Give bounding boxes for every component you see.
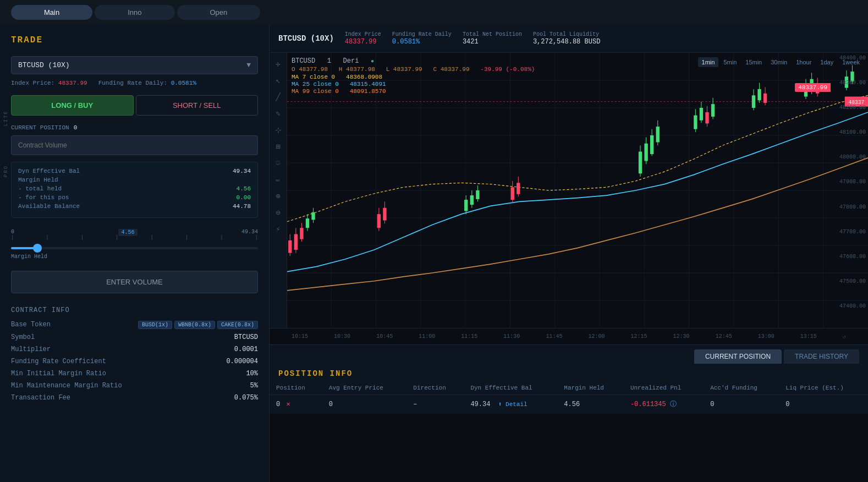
cell-margin-held: 4.56 [557, 395, 624, 414]
price-label-2: 48200.00 [833, 105, 866, 111]
tf-5min[interactable]: 5min [719, 57, 740, 67]
tf-30min[interactable]: 30min [767, 57, 791, 67]
tf-1week[interactable]: 1week [838, 57, 864, 67]
pair-label: BTCUSD (10X) [18, 61, 70, 69]
funding-coeff-label: Funding Rate Coefficient [11, 358, 106, 365]
tab-open[interactable]: Open [177, 5, 261, 20]
chart-pool-liq-value: 3,272,548.88 BUSD [533, 38, 600, 46]
contract-volume-input[interactable] [11, 135, 258, 155]
tf-1day[interactable]: 1day [816, 57, 837, 67]
cell-dyn-eff-bal: 49.34 ⬆ Detail [464, 395, 557, 414]
price-label-1: 48300.00 [833, 80, 866, 86]
current-position-label: CURRENT POSITION [11, 124, 69, 131]
current-position-value: 0 [74, 124, 78, 131]
price-label-7: 47700.00 [833, 229, 866, 235]
base-token-label: Base Token [11, 321, 51, 329]
line-tool[interactable]: ╱ [272, 90, 285, 103]
avail-bal-label: Available Balance [18, 203, 80, 210]
for-this-pos-row: - for this pos 0.00 [18, 194, 251, 201]
left-trade-panel: TRADE BTCUSD (10X) ▼ Index Price: 48337.… [0, 24, 270, 482]
zoom-out-tool[interactable]: ⊖ [272, 206, 285, 219]
price-label-5: 47900.00 [833, 179, 866, 185]
zoom-in-tool[interactable]: ⊕ [272, 189, 285, 202]
multiplier-label: Multiplier [11, 346, 51, 353]
funding-coeff-row: Funding Rate Coefficient 0.000004 [11, 358, 258, 365]
transaction-fee-row: Transaction Fee 0.075% [11, 394, 258, 402]
fib-tool[interactable]: ⊞ [272, 140, 285, 153]
chart-ma7: MA 7 close 0 48368.0908 [292, 74, 535, 80]
contract-info-title: CONTRACT INFO [11, 306, 258, 314]
col-position: Position [270, 381, 322, 395]
price-axis: 48400.00 48300.00 48200.00 48100.00 4800… [831, 53, 868, 311]
chart-main: 1min 5min 15min 30min 1hour 1day 1week B… [287, 53, 868, 328]
chart-header: BTCUSD (10X) Index Price 48337.99 Fundin… [270, 24, 868, 53]
chart-ma25: MA 25 close 0 48315.4091 [292, 81, 535, 87]
total-held-value: 4.56 [237, 185, 251, 192]
transaction-fee-value: 0.075% [234, 394, 258, 402]
min-initial-margin-value: 10% [246, 370, 258, 377]
base-token-row: Base Token BUSD(1x) WBNB(0.8x) CAKE(0.8x… [11, 321, 258, 329]
slider-thumb[interactable] [33, 244, 42, 253]
time-label-9: 12:15 [631, 333, 647, 339]
col-unrealized-pnl: Unrealized Pnl [624, 381, 704, 395]
tab-main[interactable]: Main [11, 5, 92, 20]
symbol-label: Symbol [11, 333, 35, 341]
tab-current-position[interactable]: CURRENT POSITION [694, 349, 782, 364]
col-avg-entry: Avg Entry Price [322, 381, 407, 395]
tab-inno[interactable]: Inno [95, 5, 174, 20]
slider-margin-label: Margin Held [11, 254, 258, 260]
chart-ohlc: O 48377.98 H 48377.98 L 48337.99 C 48337… [292, 66, 535, 73]
multiplier-value: 0.0001 [234, 346, 258, 353]
tab-trade-history[interactable]: TRADE HISTORY [784, 349, 859, 364]
slider-track[interactable]: | | | | | | | | [11, 247, 258, 249]
emoji-tool[interactable]: ☺ [272, 156, 285, 169]
short-sell-button[interactable]: SHORT / SELL [136, 95, 259, 116]
col-direction: Direction [406, 381, 464, 395]
detail-link[interactable]: ⬆ Detail [498, 401, 528, 408]
measure-tool[interactable]: ⊹ [272, 123, 285, 136]
trade-buttons: LONG / BUY SHORT / SELL [11, 95, 258, 116]
refresh-icon[interactable]: ↺ [843, 333, 846, 340]
trade-title: TRADE [11, 35, 258, 45]
badge-wbnb: WBNB(0.8x) [174, 321, 215, 329]
price-label-3: 48100.00 [833, 129, 866, 135]
current-price-tag: 48337.99 [795, 83, 831, 92]
cell-acc-funding: 0 [704, 395, 779, 414]
col-acc-funding: Acc'd Funding [704, 381, 779, 395]
chart-toolbar: ✛ ↖ ╱ ✎ ⊹ ⊞ ☺ ✏ ⊕ ⊖ ⚡ [270, 53, 287, 328]
price-label-min: 47400.00 [833, 303, 866, 309]
total-held-row: - total held 4.56 [18, 185, 251, 192]
extra-tool[interactable]: ⚡ [272, 222, 285, 235]
multiplier-row: Multiplier 0.0001 [11, 346, 258, 353]
time-axis: 10:15 10:30 10:45 11:00 11:15 11:30 11:4… [270, 328, 868, 344]
chart-overlay-pair: BTCUSD 1 Deri ● [292, 57, 535, 65]
symbol-row: Symbol BTCUSD [11, 333, 258, 341]
dyn-eff-bal-label: Dyn Effective Bal [18, 168, 80, 174]
col-liq-price: Liq Price (Est.) [779, 381, 868, 395]
badge-busd: BUSD(1x) [138, 321, 172, 329]
tf-1hour[interactable]: 1hour [792, 57, 815, 67]
pnl-info-icon[interactable]: ⓘ [670, 401, 677, 408]
tf-15min[interactable]: 15min [741, 57, 766, 67]
crosshair-tool[interactable]: ✛ [272, 57, 285, 70]
pair-selector[interactable]: BTCUSD (10X) ▼ [11, 56, 258, 74]
chart-net-pos-value: 3421 [463, 38, 522, 46]
price-label-6: 47800.00 [833, 204, 866, 210]
tf-1min[interactable]: 1min [698, 57, 719, 67]
close-position-button[interactable]: ✕ [286, 401, 290, 408]
cell-unrealized-pnl: -0.611345 ⓘ [624, 395, 704, 414]
time-label-8: 12:00 [588, 333, 605, 339]
chart-funding-rate: Funding Rate Daily 0.0581% [392, 31, 452, 46]
funding-rate-label: Funding Rate Daily: [98, 80, 167, 86]
margin-held-row: Margin Held [18, 177, 251, 183]
enter-volume-button[interactable]: ENTER VOLUME [11, 271, 258, 293]
cursor-tool[interactable]: ↖ [272, 74, 285, 87]
pencil-tool[interactable]: ✏ [272, 173, 285, 186]
col-margin-held: Margin Held [557, 381, 624, 395]
draw-tool[interactable]: ✎ [272, 107, 285, 120]
time-label-7: 11:45 [546, 333, 562, 339]
cell-liq-price: 0 [779, 395, 868, 414]
cell-avg-entry: 0 [322, 395, 407, 414]
right-chart-panel: BTCUSD (10X) Index Price 48337.99 Fundin… [270, 24, 868, 482]
long-buy-button[interactable]: LONG / BUY [11, 95, 134, 116]
